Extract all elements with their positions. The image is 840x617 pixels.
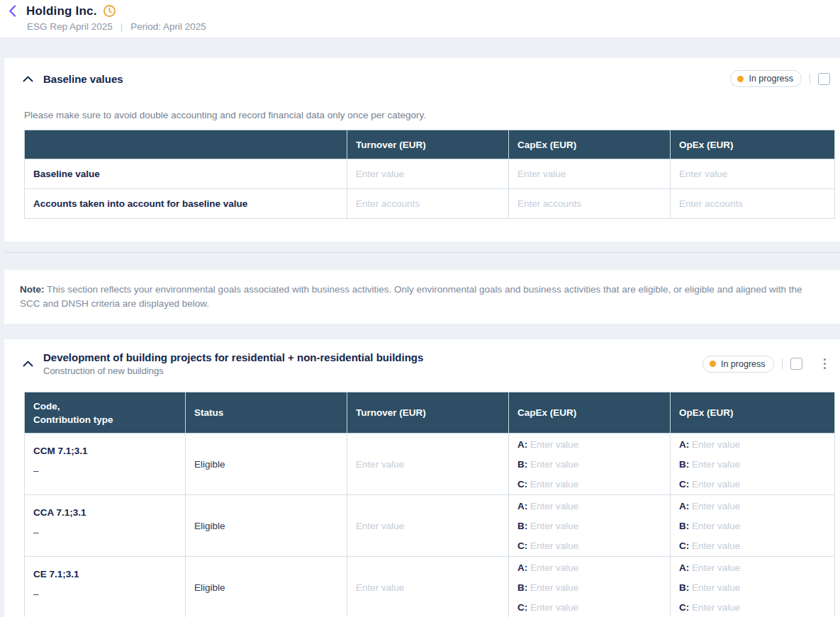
activity-status-cell: Eligible [186, 495, 347, 557]
note-card: Note: This section reflects your environ… [4, 270, 840, 324]
section-divider [4, 252, 840, 253]
status-badge-label: In progress [721, 359, 766, 369]
baseline-complete-checkbox[interactable] [818, 73, 830, 85]
report-name: ESG Rep April 2025 [27, 21, 113, 32]
baseline-col-turnover: Turnover (EUR) [347, 130, 509, 159]
accounts-row-label: Accounts taken into account for baseline… [25, 189, 347, 219]
baseline-row-label: Baseline value [25, 159, 347, 189]
baseline-table-header-row: Turnover (EUR) CapEx (EUR) OpEx (EUR) [25, 130, 835, 159]
accounts-capex-input[interactable]: Enter accounts [509, 189, 671, 219]
status-dot-icon [737, 76, 744, 82]
activity-capex-cell[interactable]: A: Enter value B: Enter value C: Enter v… [509, 434, 671, 495]
activity-code-cell: CCM 7.1;3.1 – [25, 434, 186, 495]
baseline-col-capex: CapEx (EUR) [509, 130, 671, 159]
back-button[interactable] [6, 4, 19, 18]
baseline-section-title: Baseline values [43, 73, 123, 85]
table-row: Accounts taken into account for baseline… [25, 189, 835, 219]
collapse-baseline-button[interactable] [20, 74, 36, 84]
activity-opex-cell[interactable]: A: Enter value B: Enter value C: Enter v… [671, 557, 835, 617]
activity-col-status: Status [186, 392, 347, 434]
status-badge-label: In progress [749, 74, 793, 84]
activity-turnover-input[interactable]: Enter value [347, 434, 509, 495]
activity-capex-cell[interactable]: A: Enter value B: Enter value C: Enter v… [509, 557, 671, 617]
baseline-turnover-input[interactable]: Enter value [347, 159, 509, 189]
activity-code-cell: CE 7.1;3.1 – [25, 557, 186, 617]
status-badge: In progress [730, 70, 802, 87]
baseline-opex-input[interactable]: Enter value [671, 159, 835, 189]
baseline-col-opex: OpEx (EUR) [671, 130, 835, 159]
vertical-divider [810, 74, 810, 84]
chevron-up-icon [23, 361, 33, 367]
activity-code-cell: CCA 7.1;3.1 – [25, 495, 186, 557]
note-text: This section reflects your environmental… [20, 284, 802, 309]
report-period: Period: April 2025 [130, 21, 206, 32]
accounts-turnover-input[interactable]: Enter accounts [347, 189, 509, 219]
activity-turnover-input[interactable]: Enter value [347, 557, 509, 617]
page-title: Holding Inc. [26, 4, 97, 18]
baseline-values-section: Baseline values In progress Please make … [4, 58, 840, 242]
collapse-activity-button[interactable] [20, 359, 36, 368]
chevron-left-icon [9, 5, 16, 17]
table-row: CCA 7.1;3.1 – Eligible Enter value A: En… [25, 495, 835, 557]
activity-complete-checkbox[interactable] [790, 358, 802, 370]
chevron-up-icon [23, 76, 33, 82]
activity-section-subtitle: Construction of new buildings [43, 366, 423, 376]
table-row: Baseline value Enter value Enter value E… [25, 159, 835, 189]
activity-opex-cell[interactable]: A: Enter value B: Enter value C: Enter v… [671, 434, 835, 495]
activity-section-title: Development of building projects for res… [43, 351, 423, 363]
subtitle-separator: | [121, 21, 123, 32]
page-header: Holding Inc. ESG Rep April 2025 | Period… [0, 0, 840, 38]
activity-status-cell: Eligible [186, 434, 347, 495]
activity-status-cell: Eligible [186, 557, 347, 617]
activity-table: Code, Contribution type Status Turnover … [24, 392, 835, 617]
status-badge: In progress [702, 356, 774, 373]
activity-turnover-input[interactable]: Enter value [347, 495, 509, 557]
baseline-capex-input[interactable]: Enter value [509, 159, 671, 189]
kebab-menu-icon[interactable] [819, 356, 831, 372]
baseline-col-empty [25, 130, 347, 159]
activity-table-header-row: Code, Contribution type Status Turnover … [25, 392, 835, 434]
vertical-divider [782, 358, 783, 369]
activity-col-capex: CapEx (EUR) [509, 392, 671, 434]
activity-col-opex: OpEx (EUR) [671, 392, 835, 434]
activity-opex-cell[interactable]: A: Enter value B: Enter value C: Enter v… [671, 495, 835, 557]
activity-col-code: Code, Contribution type [25, 392, 186, 434]
clock-icon [103, 4, 116, 18]
baseline-table: Turnover (EUR) CapEx (EUR) OpEx (EUR) Ba… [24, 130, 835, 219]
activity-capex-cell[interactable]: A: Enter value B: Enter value C: Enter v… [509, 495, 671, 557]
accounts-opex-input[interactable]: Enter accounts [671, 189, 835, 219]
note-label: Note: [20, 284, 45, 295]
status-dot-icon [710, 361, 716, 367]
baseline-helper-text: Please make sure to avoid double account… [24, 110, 830, 120]
activity-section: Development of building projects for res… [4, 339, 840, 617]
activity-col-turnover: Turnover (EUR) [347, 392, 509, 434]
table-row: CE 7.1;3.1 – Eligible Enter value A: Ent… [25, 557, 835, 617]
table-row: CCM 7.1;3.1 – Eligible Enter value A: En… [25, 434, 835, 495]
